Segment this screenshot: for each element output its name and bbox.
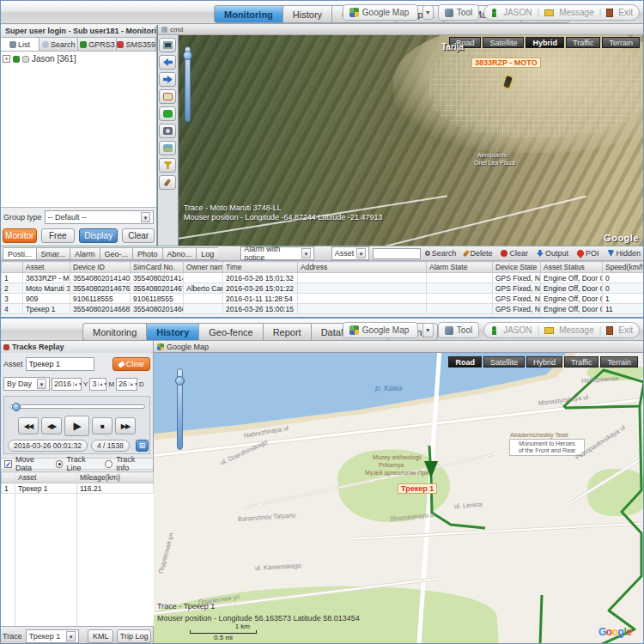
tab-hybrid[interactable]: Hybrid — [526, 356, 562, 368]
column-header[interactable]: Address — [298, 262, 427, 273]
tab-smar-[interactable]: Smar... — [36, 247, 70, 260]
display-button[interactable]: Display — [79, 228, 118, 243]
tab-gprs[interactable]: GPRS3 — [78, 37, 117, 52]
tracker-marker-label[interactable]: Трекер 1 — [398, 483, 437, 494]
tab-list[interactable]: List — [1, 37, 39, 52]
search-button[interactable]: Search — [421, 249, 461, 258]
tab-report[interactable]: Report — [263, 323, 311, 341]
photo-command-button[interactable] — [159, 141, 176, 155]
group-type-select[interactable]: -- Default -- ▼ — [45, 210, 154, 224]
year-spinner[interactable]: 2016▲▼ — [52, 378, 82, 391]
play-button[interactable]: ▶ — [64, 416, 89, 436]
clear-track-button[interactable]: Clear — [112, 357, 150, 371]
table-row[interactable]: 4Трекер 13554080201466893554080201466892… — [2, 304, 644, 314]
tool-button[interactable]: Tool — [438, 4, 479, 21]
checkbox-icon[interactable] — [22, 56, 29, 63]
column-header[interactable]: Device ID — [70, 262, 131, 273]
tree-item-jason[interactable]: + Jason [361] — [3, 54, 155, 64]
column-header[interactable]: SimCard No. — [131, 262, 184, 273]
step-button[interactable]: ◀▶ — [41, 417, 62, 434]
table-row[interactable]: 1Трекер 1116.21 — [2, 483, 154, 494]
table-row[interactable]: 13833RZP - MOTO3554080201414083554080201… — [2, 273, 644, 283]
spinner-arrows[interactable]: ▲▼ — [98, 382, 106, 386]
tab-satellite[interactable]: Satellite — [483, 356, 525, 368]
tab-posti-[interactable]: Posti... — [3, 247, 36, 260]
clear-button[interactable]: Clear — [122, 228, 155, 243]
table-row[interactable]: 3909910611855591061185552016-01-11 11:28… — [2, 294, 644, 304]
spinner-arrows[interactable]: ▲▼ — [73, 382, 81, 386]
track-info-radio[interactable] — [105, 460, 112, 468]
column-header[interactable]: Mileage(km) — [77, 472, 154, 483]
tab-terrain[interactable]: Terrain — [600, 356, 638, 368]
column-header[interactable]: Asset — [23, 262, 70, 273]
tab-hybrid[interactable]: Hybrid — [526, 37, 564, 48]
clear-button[interactable]: Clear — [496, 249, 532, 258]
tab-history[interactable]: History — [283, 5, 331, 23]
tab-sms[interactable]: SMS359 — [117, 37, 156, 52]
trip-log-button[interactable]: Trip Log — [117, 629, 151, 643]
track-line-radio[interactable] — [56, 460, 64, 468]
map-provider-dropdown-arrow[interactable]: ▼ — [422, 5, 434, 20]
schedule-command-button[interactable] — [159, 89, 176, 104]
trace-asset-select[interactable]: Трекер 1▼ — [26, 629, 80, 643]
column-header[interactable]: Asset Status — [541, 262, 603, 273]
tab-history[interactable]: History — [146, 323, 198, 341]
tab-satellite[interactable]: Satellite — [483, 37, 524, 48]
tab-photo[interactable]: Photo — [132, 247, 162, 260]
zoom-slider[interactable] — [185, 46, 191, 122]
delete-button[interactable]: Delete — [460, 249, 496, 258]
edit-command-button[interactable] — [159, 175, 176, 190]
user-button[interactable]: JASON — [503, 8, 532, 17]
table-row[interactable]: 2Moto Maruti 3748-LL35540802014676935540… — [2, 283, 644, 294]
monitor-button[interactable]: Monitor — [3, 228, 37, 243]
tab-geo-fence[interactable]: Geo-fence — [198, 323, 262, 341]
map-provider-select[interactable]: Google Map — [343, 322, 418, 338]
zoom-slider-knob[interactable] — [175, 376, 185, 386]
tab-abno-[interactable]: Abno... — [162, 247, 197, 260]
replay-mode-select[interactable]: By Day▼ — [3, 377, 50, 391]
column-header[interactable] — [2, 262, 23, 273]
tab-search[interactable]: Search — [39, 37, 78, 52]
exit-button[interactable]: Exit — [618, 325, 633, 335]
slider-knob[interactable] — [12, 403, 21, 411]
message-button[interactable]: Message — [559, 8, 594, 17]
move-data-checkbox[interactable]: ✓ — [4, 460, 12, 468]
expander-icon[interactable]: + — [3, 55, 10, 63]
zoom-slider[interactable] — [177, 368, 183, 450]
tab-road[interactable]: Road — [448, 356, 482, 368]
spinner-arrows[interactable]: ▲▼ — [129, 382, 137, 386]
entity-filter-select[interactable]: Asset▼ — [331, 246, 369, 260]
camera-command-button[interactable] — [159, 124, 176, 138]
reply-command-button[interactable] — [159, 55, 176, 70]
screen-command-button[interactable] — [159, 38, 176, 52]
tab-log[interactable]: Log — [196, 247, 218, 260]
user-button[interactable]: JASON — [503, 325, 532, 335]
expand-button[interactable]: ⊞ — [136, 440, 149, 452]
tab-traffic[interactable]: Traffic — [566, 37, 601, 48]
column-header[interactable]: Time — [223, 262, 298, 273]
column-header[interactable]: Owner name — [184, 262, 223, 273]
rewind-button[interactable]: ◀◀ — [18, 417, 39, 434]
exit-button[interactable]: Exit — [618, 8, 633, 17]
vehicle-marker-label[interactable]: 3833RZP - MOTO — [471, 58, 541, 68]
alarm-filter-select[interactable]: Alarm with notice▼ — [240, 246, 314, 260]
tab-geo-[interactable]: Geo-... — [100, 247, 133, 260]
tool-button[interactable]: Tool — [438, 322, 479, 338]
map-provider-dropdown-arrow[interactable]: ▼ — [422, 323, 434, 337]
filter-command-button[interactable] — [159, 158, 176, 173]
day-spinner[interactable]: 26▲▼ — [116, 378, 137, 391]
column-header[interactable]: Speed(km/h) — [603, 262, 644, 273]
tab-traffic[interactable]: Traffic — [564, 356, 599, 368]
column-header[interactable] — [2, 472, 15, 483]
call-command-button[interactable] — [159, 106, 176, 121]
tab-monitoring[interactable]: Monitoring — [214, 5, 283, 23]
tab-monitoring[interactable]: Monitoring — [82, 323, 146, 341]
fast-forward-button[interactable]: ▶▶ — [115, 417, 136, 434]
output-button[interactable]: Output — [532, 249, 573, 258]
stop-button[interactable]: ■ — [92, 417, 112, 434]
map-provider-select[interactable]: Google Map — [343, 4, 418, 21]
column-header[interactable]: Asset — [15, 472, 77, 483]
tab-alarm[interactable]: Alarm — [70, 247, 100, 260]
month-spinner[interactable]: 3▲▼ — [89, 378, 106, 391]
message-button[interactable]: Message — [559, 325, 594, 335]
